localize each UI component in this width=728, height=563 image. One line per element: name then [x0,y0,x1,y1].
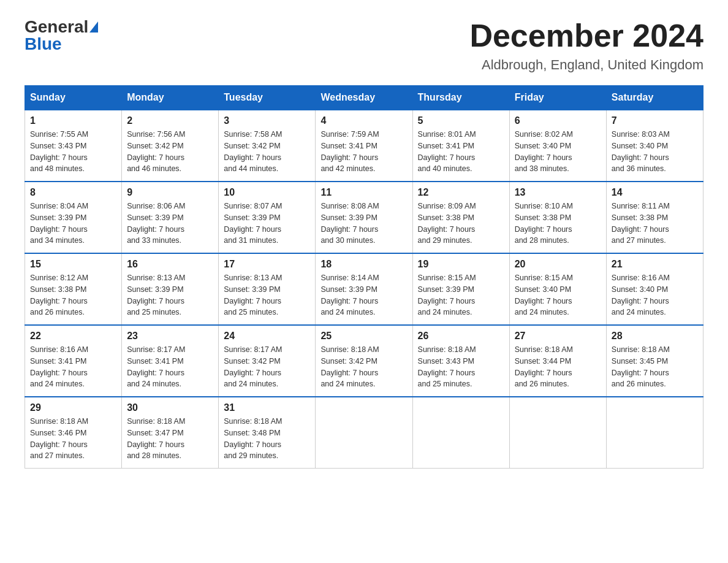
calendar-cell: 24Sunrise: 8:17 AMSunset: 3:42 PMDayligh… [219,325,316,397]
calendar-cell: 17Sunrise: 8:13 AMSunset: 3:39 PMDayligh… [219,253,316,325]
day-info: Sunrise: 7:55 AMSunset: 3:43 PMDaylight:… [30,130,88,173]
day-info: Sunrise: 8:18 AMSunset: 3:47 PMDaylight:… [127,417,185,460]
day-number: 3 [224,115,310,126]
calendar-week-3: 15Sunrise: 8:12 AMSunset: 3:38 PMDayligh… [25,253,703,325]
calendar-cell: 12Sunrise: 8:09 AMSunset: 3:38 PMDayligh… [412,182,509,253]
day-info: Sunrise: 7:56 AMSunset: 3:42 PMDaylight:… [127,130,185,173]
header-friday: Friday [509,86,606,110]
day-number: 24 [224,331,310,342]
day-number: 18 [320,259,407,270]
header-thursday: Thursday [412,86,509,110]
calendar-cell: 21Sunrise: 8:16 AMSunset: 3:40 PMDayligh… [606,253,703,325]
header-monday: Monday [122,86,219,110]
day-number: 4 [320,115,407,126]
calendar-cell: 13Sunrise: 8:10 AMSunset: 3:38 PMDayligh… [509,182,606,253]
calendar-cell: 20Sunrise: 8:15 AMSunset: 3:40 PMDayligh… [509,253,606,325]
calendar-cell: 7Sunrise: 8:03 AMSunset: 3:40 PMDaylight… [606,110,703,182]
day-info: Sunrise: 8:18 AMSunset: 3:44 PMDaylight:… [515,345,573,388]
day-info: Sunrise: 8:12 AMSunset: 3:38 PMDaylight:… [30,274,88,316]
day-number: 1 [30,115,116,126]
header-wednesday: Wednesday [316,86,412,110]
calendar-cell [509,397,606,469]
calendar-week-1: 1Sunrise: 7:55 AMSunset: 3:43 PMDaylight… [25,110,703,182]
header: General Blue December 2024 Aldbrough, En… [25,18,703,73]
calendar-week-4: 22Sunrise: 8:16 AMSunset: 3:41 PMDayligh… [25,325,703,397]
calendar-cell: 26Sunrise: 8:18 AMSunset: 3:43 PMDayligh… [412,325,509,397]
day-info: Sunrise: 8:04 AMSunset: 3:39 PMDaylight:… [30,202,88,245]
calendar-cell: 5Sunrise: 8:01 AMSunset: 3:41 PMDaylight… [412,110,509,182]
month-year-title: December 2024 [469,18,703,53]
day-info: Sunrise: 8:10 AMSunset: 3:38 PMDaylight:… [515,202,573,245]
day-number: 29 [30,402,116,413]
day-info: Sunrise: 7:58 AMSunset: 3:42 PMDaylight:… [224,130,282,173]
day-info: Sunrise: 8:18 AMSunset: 3:43 PMDaylight:… [418,345,476,388]
calendar-cell: 8Sunrise: 8:04 AMSunset: 3:39 PMDaylight… [25,182,122,253]
day-info: Sunrise: 8:15 AMSunset: 3:39 PMDaylight:… [418,274,476,316]
day-info: Sunrise: 8:02 AMSunset: 3:40 PMDaylight:… [515,130,573,173]
day-number: 23 [127,331,213,342]
calendar-cell: 27Sunrise: 8:18 AMSunset: 3:44 PMDayligh… [509,325,606,397]
calendar-cell [412,397,509,469]
day-info: Sunrise: 8:07 AMSunset: 3:39 PMDaylight:… [224,202,282,245]
day-number: 26 [418,331,504,342]
day-info: Sunrise: 8:17 AMSunset: 3:41 PMDaylight:… [127,345,185,388]
calendar-cell: 31Sunrise: 8:18 AMSunset: 3:48 PMDayligh… [219,397,316,469]
calendar-cell: 23Sunrise: 8:17 AMSunset: 3:41 PMDayligh… [122,325,219,397]
day-number: 14 [612,187,698,198]
logo-triangle-icon [89,21,98,33]
day-number: 8 [30,187,116,198]
calendar-cell [606,397,703,469]
day-info: Sunrise: 8:09 AMSunset: 3:38 PMDaylight:… [418,202,476,245]
day-number: 7 [612,115,698,126]
day-number: 21 [612,259,698,270]
calendar-cell: 16Sunrise: 8:13 AMSunset: 3:39 PMDayligh… [122,253,219,325]
weekday-header-row: Sunday Monday Tuesday Wednesday Thursday… [25,86,703,110]
day-info: Sunrise: 8:14 AMSunset: 3:39 PMDaylight:… [320,274,379,316]
day-info: Sunrise: 8:18 AMSunset: 3:45 PMDaylight:… [612,345,670,388]
calendar-cell [316,397,412,469]
calendar-cell: 15Sunrise: 8:12 AMSunset: 3:38 PMDayligh… [25,253,122,325]
logo-general: General [25,18,88,36]
calendar-cell: 19Sunrise: 8:15 AMSunset: 3:39 PMDayligh… [412,253,509,325]
day-info: Sunrise: 8:13 AMSunset: 3:39 PMDaylight:… [224,274,282,316]
day-number: 30 [127,402,213,413]
day-info: Sunrise: 7:59 AMSunset: 3:41 PMDaylight:… [320,130,379,173]
day-number: 20 [515,259,601,270]
day-number: 19 [418,259,504,270]
day-info: Sunrise: 8:16 AMSunset: 3:41 PMDaylight:… [30,345,88,388]
day-info: Sunrise: 8:08 AMSunset: 3:39 PMDaylight:… [320,202,379,245]
calendar-cell: 4Sunrise: 7:59 AMSunset: 3:41 PMDaylight… [316,110,412,182]
day-number: 28 [612,331,698,342]
day-number: 15 [30,259,116,270]
day-number: 10 [224,187,310,198]
day-number: 2 [127,115,213,126]
calendar-cell: 28Sunrise: 8:18 AMSunset: 3:45 PMDayligh… [606,325,703,397]
calendar-cell: 18Sunrise: 8:14 AMSunset: 3:39 PMDayligh… [316,253,412,325]
day-info: Sunrise: 8:15 AMSunset: 3:40 PMDaylight:… [515,274,573,316]
calendar-week-5: 29Sunrise: 8:18 AMSunset: 3:46 PMDayligh… [25,397,703,469]
calendar-cell: 2Sunrise: 7:56 AMSunset: 3:42 PMDaylight… [122,110,219,182]
calendar-cell: 9Sunrise: 8:06 AMSunset: 3:39 PMDaylight… [122,182,219,253]
logo-blue: Blue [25,34,62,53]
day-info: Sunrise: 8:18 AMSunset: 3:42 PMDaylight:… [320,345,379,388]
calendar-cell: 22Sunrise: 8:16 AMSunset: 3:41 PMDayligh… [25,325,122,397]
day-number: 11 [320,187,407,198]
day-number: 17 [224,259,310,270]
calendar-cell: 29Sunrise: 8:18 AMSunset: 3:46 PMDayligh… [25,397,122,469]
title-area: December 2024 Aldbrough, England, United… [469,18,703,73]
day-number: 25 [320,331,407,342]
day-number: 27 [515,331,601,342]
day-number: 12 [418,187,504,198]
calendar-cell: 1Sunrise: 7:55 AMSunset: 3:43 PMDaylight… [25,110,122,182]
calendar-cell: 14Sunrise: 8:11 AMSunset: 3:38 PMDayligh… [606,182,703,253]
calendar-cell: 10Sunrise: 8:07 AMSunset: 3:39 PMDayligh… [219,182,316,253]
day-number: 31 [224,402,310,413]
day-info: Sunrise: 8:16 AMSunset: 3:40 PMDaylight:… [612,274,670,316]
calendar-cell: 3Sunrise: 7:58 AMSunset: 3:42 PMDaylight… [219,110,316,182]
day-info: Sunrise: 8:11 AMSunset: 3:38 PMDaylight:… [612,202,670,245]
day-number: 5 [418,115,504,126]
calendar-table: Sunday Monday Tuesday Wednesday Thursday… [25,85,703,469]
day-info: Sunrise: 8:17 AMSunset: 3:42 PMDaylight:… [224,345,282,388]
day-info: Sunrise: 8:06 AMSunset: 3:39 PMDaylight:… [127,202,185,245]
header-tuesday: Tuesday [219,86,316,110]
